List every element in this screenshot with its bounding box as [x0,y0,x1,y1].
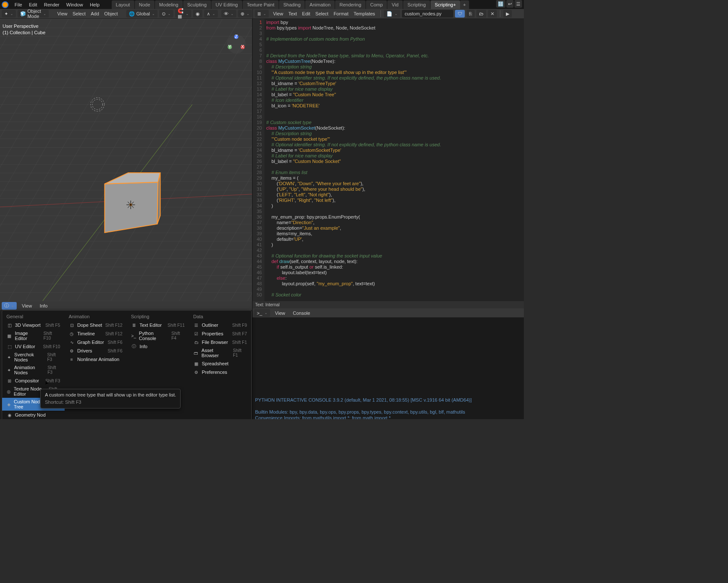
text-editor-footer: Text: Internal [253,301,524,308]
proportional-button[interactable]: ◉ [193,10,202,18]
editor-type-dope-sheet[interactable]: ⊡Dope SheetShift F12 [65,321,127,329]
editor-type-drivers[interactable]: ⚙DriversShift F6 [65,346,127,355]
menu-select[interactable]: Select [313,11,331,16]
editor-icon: ◉ [6,412,12,418]
svg-text:Y: Y [228,44,232,49]
editor-type-properties[interactable]: ☑PropertiesShift F7 [189,329,252,338]
editor-type-outliner[interactable]: ☰OutlinerShift F9 [189,321,252,329]
editor-type-nonlinear-animation[interactable]: ≡Nonlinear Animation [65,355,127,364]
menu-templates[interactable]: Templates [351,11,377,16]
editor-icon: ◷ [69,331,75,337]
tab-scripting[interactable]: Scripting [403,0,430,9]
editor-type-preferences[interactable]: ⚙Preferences [189,368,252,376]
orientation-dropdown[interactable]: 🌐 Global [126,10,157,18]
editor-type-timeline[interactable]: ◷TimelineShift F12 [65,329,127,338]
menu-view[interactable]: View [19,303,35,308]
tab-modeling[interactable]: Modeling [155,0,183,9]
tab-uv-editing[interactable]: UV Editing [211,0,242,9]
snap-dropdown[interactable]: 🧲 ▦ [175,10,191,18]
editor-type-dropdown[interactable]: ⓘ [2,302,17,310]
object-mode-dropdown[interactable]: 🧊 Object Mode [18,10,49,18]
menu-header: Scripting [127,312,189,321]
menu-edit[interactable]: Edit [300,11,313,16]
editor-type-image-editor[interactable]: ▦Image EditorShift F10 [2,329,65,342]
line-gutter: 1234567891011121314151617181920212223242… [253,19,264,301]
code-area[interactable]: import bpyfrom bpy.types import NodeTree… [264,19,443,301]
editor-type-spreadsheet[interactable]: ▦Spreadsheet [189,359,252,368]
editor-type-dropdown[interactable]: >_ [254,309,270,317]
line-numbers-toggle[interactable]: 🔢 [496,0,505,8]
unlink-text-button[interactable]: ✕ [488,10,497,18]
workspace-add-button[interactable]: + [460,0,469,9]
editor-icon: ⊞ [6,378,12,384]
menu-format[interactable]: Format [331,11,351,16]
tab-rendering[interactable]: Rendering [335,0,365,9]
text-editor-body[interactable]: 1234567891011121314151617181920212223242… [253,19,524,301]
menu-console[interactable]: Console [290,311,312,316]
wrap-toggle[interactable]: ↩ [506,0,514,8]
editor-icon: ▦ [6,333,12,339]
editor-icon: ≡ [69,356,75,362]
menu-add[interactable]: Add [88,11,102,16]
editor-type-animation-nodes[interactable]: ✦Animation NodesShift F3 [2,364,65,376]
python-console[interactable]: PYTHON INTERACTIVE CONSOLE 3.9.2 (defaul… [253,317,524,419]
blender-logo-icon [2,1,9,8]
menu-text[interactable]: Text [286,11,300,16]
editor-type-sverchok-nodes[interactable]: ✦Sverchok NodesShift F3 [2,351,65,364]
menu-object[interactable]: Object [102,11,121,16]
menu-header: Data [189,312,252,321]
text-filename[interactable]: custom_nodes.py [402,10,453,18]
editor-type-file-browser[interactable]: 🗀File BrowserShift F1 [189,338,252,346]
editor-type-asset-browser[interactable]: 🗃Asset BrowserShift F1 [189,346,252,359]
tab-comp[interactable]: Comp [366,0,387,9]
tab-animation[interactable]: Animation [305,0,335,9]
menu-view[interactable]: View [270,11,286,16]
tab-shading[interactable]: Shading [279,0,305,9]
editor-icon: ☰ [193,322,199,328]
menu-window[interactable]: Window [63,1,86,9]
tab-scripting+[interactable]: Scripting+ [431,0,460,9]
visibility-dropdown[interactable]: 👁 [221,10,236,18]
svg-rect-0 [0,19,252,301]
syntax-toggle[interactable]: ☰ [514,0,522,8]
menu-help[interactable]: Help [86,1,103,9]
menu-edit[interactable]: Edit [26,1,41,9]
editor-type-dropdown[interactable]: ≣ [255,10,269,18]
tab-layout[interactable]: Layout [112,0,134,9]
new-text-button[interactable]: ⎘ [467,10,475,18]
editor-type-info[interactable]: ⓘInfo [127,342,189,351]
menu-view[interactable]: View [273,311,288,316]
editor-type-uv-editor[interactable]: ⬚UV EditorShift F10 [2,342,65,351]
pivot-dropdown[interactable]: ⊙ [159,10,173,18]
tab-vid[interactable]: Vid [387,0,403,9]
top-menu: FileEditRenderWindowHelp [11,2,103,7]
menu-view[interactable]: View [55,11,70,16]
shield-icon[interactable]: 🛡 [455,10,465,18]
menu-file[interactable]: File [11,1,26,9]
run-script-button[interactable]: ▶ [503,10,512,18]
menu-info[interactable]: Info [37,303,50,308]
editor-type-text-editor[interactable]: ≣Text EditorShift F11 [127,321,189,329]
text-datablock[interactable]: 📄 [384,10,400,18]
3d-viewport[interactable]: User Perspective (1) Collection | Cube Z… [0,19,253,301]
tab-sculpting[interactable]: Sculpting [183,0,211,9]
gizmo-dropdown[interactable]: ⊕ [238,10,252,18]
nav-gizmo[interactable]: Z Y X [226,33,247,55]
editor-type-geometry-nod[interactable]: ◉Geometry Nod [2,411,65,419]
editor-type-graph-editor[interactable]: ∿Graph EditorShift F6 [65,338,127,346]
editor-type-dropdown[interactable]: ✦ [2,10,16,18]
editor-type-compositor[interactable]: ⊞CompositorShift F3 [2,376,65,385]
menu-render[interactable]: Render [41,1,63,9]
editor-icon: ▦ [193,361,199,367]
editor-icon: ✦ [6,354,12,360]
tab-texture-paint[interactable]: Texture Paint [243,0,279,9]
editor-type-python-console[interactable]: >_Python ConsoleShift F4 [127,329,189,342]
editor-icon: ☑ [193,331,199,337]
open-text-button[interactable]: 🗁 [476,10,486,18]
tab-node[interactable]: Node [135,0,155,9]
editor-icon: ◎ [6,388,11,394]
editor-type-3d-viewport[interactable]: ◫3D ViewportShift F5 [2,321,65,329]
proportional-falloff[interactable]: ∧ [204,10,218,18]
menu-select[interactable]: Select [70,11,88,16]
cube-object[interactable] [105,182,158,233]
